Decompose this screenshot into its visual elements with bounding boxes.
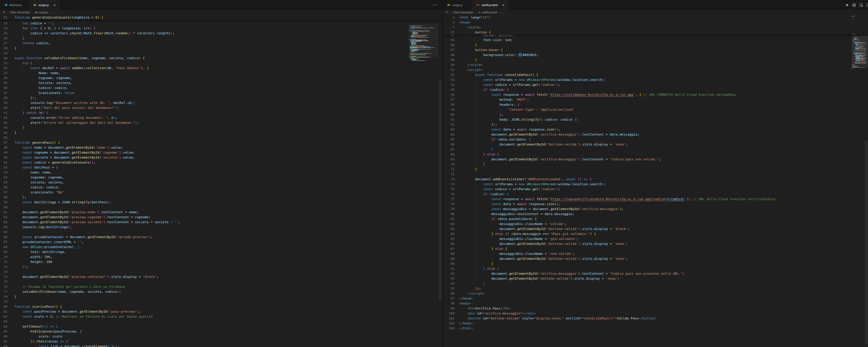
code-line-49[interactable]: 49 } [443,57,868,62]
code-line-102[interactable]: 102</body> [443,321,868,326]
code-line-64[interactable]: 64 document.getElementById('verifica-mes… [443,132,868,137]
code-line-86[interactable]: 86 scale: scale [0,334,442,339]
code-line-81[interactable]: 81 const passPreview = document.getEleme… [0,309,442,314]
code-line-31[interactable]: 31 try { [0,61,442,65]
breadcrumb-item-verifica.html[interactable]: <>verifica.html [477,11,497,14]
code-line-49[interactable]: 49 const cognome = document.getElementBy… [0,150,442,155]
code-line-66[interactable]: 66 const qrcodeContainer = document.getE… [0,234,442,240]
close-icon[interactable]: ✕ [502,4,505,6]
code-line-90[interactable]: 90 } [443,261,868,266]
code-area-left[interactable]: 23 let codice = '';24 for (let i = 0; i … [0,15,442,347]
code-line-53[interactable]: 53 const urlParams = new URLSearchParams… [443,77,868,82]
code-line-78[interactable]: 78 const data = await response.json(); [443,201,868,207]
copilot-sparkle-icon[interactable] [845,3,849,7]
code-line-43[interactable]: 43 alert("Errore nel salvataggio dei dat… [0,120,442,125]
code-line-87[interactable]: 87 } else { [443,246,868,251]
code-line-48[interactable]: 48 const nome = document.getElementById(… [0,145,442,150]
code-line-98[interactable]: 98<body> [443,301,868,306]
code-line-71[interactable]: 71 } [443,167,868,172]
code-line-69[interactable]: 69 document.getElementById('verifica-mes… [443,157,868,162]
code-line-99[interactable]: 99 <h1>Verifica Pass</h1> [443,306,868,311]
code-line-57[interactable]: 57 scansionato: "No" [0,190,442,195]
code-line-59[interactable]: 59 const datiStringa = JSON.stringify(da… [0,200,442,205]
code-line-91[interactable]: 91 } else { [443,266,868,271]
code-line-45[interactable]: 45 font-size: 1em; [443,37,868,42]
code-line-36[interactable]: 36 Codice: codice, [0,85,442,90]
code-line-58[interactable]: 58 }; [0,195,442,200]
code-line-72[interactable]: 72 [443,172,868,177]
code-line-65[interactable]: 65 [0,229,442,234]
tab-Welcome[interactable]: Welcome [0,0,29,10]
code-line-46[interactable]: 46 [0,135,442,140]
breadcrumb-item-F[interactable]: F: [3,11,6,14]
code-line-45[interactable]: 45} [0,130,442,135]
code-line-55[interactable]: 55 societa: societa, [0,180,442,185]
code-line-88[interactable]: 88 messaggioDiv.className = 'non-valido'… [443,251,868,256]
code-line-103[interactable]: 103</html> [443,326,868,331]
code-line-33[interactable]: 33 Nome: nome, [0,70,442,75]
code-line-48[interactable]: 48 background-color: #0056b3; [443,53,868,57]
code-line-56[interactable]: 56 const response = await fetch('https:/… [443,92,868,97]
code-line-47[interactable]: 47 button:hover { [443,48,868,53]
code-line-65[interactable]: 65 if (data.validato) { [443,137,868,142]
code-line-39[interactable]: 39 console.log("Document written with ID… [0,100,442,105]
sticky-scroll-right[interactable]: 2<html lang="it">3<head>7 <style>37 butt… [443,15,868,35]
code-line-69[interactable]: 69 text: datiStringa, [0,249,442,254]
code-line-70[interactable]: 70 width: 200, [0,254,442,259]
breadcrumb-item-...[interactable]: ... [502,11,504,14]
code-line-79[interactable]: 79 const messaggioDiv = document.getElem… [443,207,868,212]
breadcrumb-item-...[interactable]: ... [53,11,55,14]
code-line-50[interactable]: 50 </style> [443,62,868,67]
code-line-61[interactable]: 61 document.getElementById('preview-nome… [0,210,442,215]
code-line-74[interactable]: 74 document.getElementById('preview-cont… [0,274,442,279]
code-line-29[interactable]: 29 [0,51,442,56]
code-line-84[interactable]: 84 } else if (data.messaggio === "Pass g… [443,231,868,236]
split-editor-icon[interactable] [866,3,868,7]
code-line-64[interactable]: 64 console.log(datiStringa); [0,225,442,229]
code-line-56[interactable]: 56 codice: codice, [0,185,442,190]
code-line-57[interactable]: 57 method: 'POST', [443,97,868,102]
code-line-93[interactable]: 93 document.getElementById('bottone-vali… [443,276,868,281]
code-line-96[interactable]: 96 </script> [443,291,868,296]
code-line-42[interactable]: 42 console.error("Error adding document:… [0,115,442,120]
code-line-101[interactable]: 101 <button id="bottone-valida" style="d… [443,316,868,321]
code-line-32[interactable]: 32 const docRef = await addDoc(collectio… [0,65,442,70]
code-line-68[interactable]: 68 new QRCode(qrcodeContainer, { [0,245,442,249]
code-line-41[interactable]: 41 } catch (e) { [0,110,442,115]
code-line-67[interactable]: 67 } [443,147,868,152]
code-line-7[interactable]: 7 <style> [443,25,868,30]
code-line-75[interactable]: 75 [0,279,442,284]
code-line-82[interactable]: 82 const scale = 3; // Mantieni un fatto… [0,314,442,319]
code-line-51[interactable]: 51 const codice = generaCodiceCasuale(); [0,160,442,165]
code-line-78[interactable]: 78} [0,294,442,299]
code-line-89[interactable]: 89 document.getElementById('bottone-vali… [443,256,868,261]
code-line-59[interactable]: 59 'Content-Type': 'application/json' [443,107,868,112]
code-line-46[interactable]: 46 } [443,42,868,48]
code-line-81[interactable]: 81 if (data.puoValidare) { [443,216,868,221]
code-line-2[interactable]: 2<html lang="it"> [443,15,868,20]
code-line-77[interactable]: 77 salvaDatiFirebase(nome, cognome, soci… [0,289,442,294]
code-line-83[interactable]: 83 document.getElementById('bottone-vali… [443,226,868,231]
scrollbar-right[interactable] [865,140,868,345]
code-line-85[interactable]: 85 messaggioDiv.className = 'gia-validat… [443,236,868,241]
scrollbar-left[interactable] [439,80,442,301]
code-line-51[interactable]: 51 <script> [443,67,868,72]
code-line-37[interactable]: 37 button { [443,30,868,35]
code-line-87[interactable]: 87 }).then(canvas => { [0,339,442,344]
code-line-54[interactable]: 54 const codice = urlParams.get('codice'… [443,82,868,87]
code-line-30[interactable]: 30async function salvaDatiFirebase(nome,… [0,56,442,61]
code-line-53[interactable]: 53 nome: nome, [0,170,442,175]
tab-script.js[interactable]: JSscript.js [443,0,472,10]
code-line-77[interactable]: 77 const response = await fetch(`https:/… [443,196,868,201]
code-line-28[interactable]: 28} [0,45,442,51]
tab-verifica.html[interactable]: <>verifica.html✕ [472,0,508,10]
breadcrumb-item-script.js[interactable]: JSscript.js [35,11,49,14]
code-line-58[interactable]: 58 headers: { [443,102,868,107]
code-line-74[interactable]: 74 const urlParams = new URLSearchParams… [443,182,868,187]
code-line-88[interactable]: 88 const link = document.createElement('… [0,344,442,347]
code-line-94[interactable]: 94 } [443,281,868,286]
code-line-72[interactable]: 72 }); [0,264,442,269]
code-line-63[interactable]: 63 const data = await response.json(); [443,127,868,132]
code-line-100[interactable]: 100 <div id="verifica-messaggio"></div> [443,311,868,316]
open-preview-icon[interactable] [859,3,863,7]
